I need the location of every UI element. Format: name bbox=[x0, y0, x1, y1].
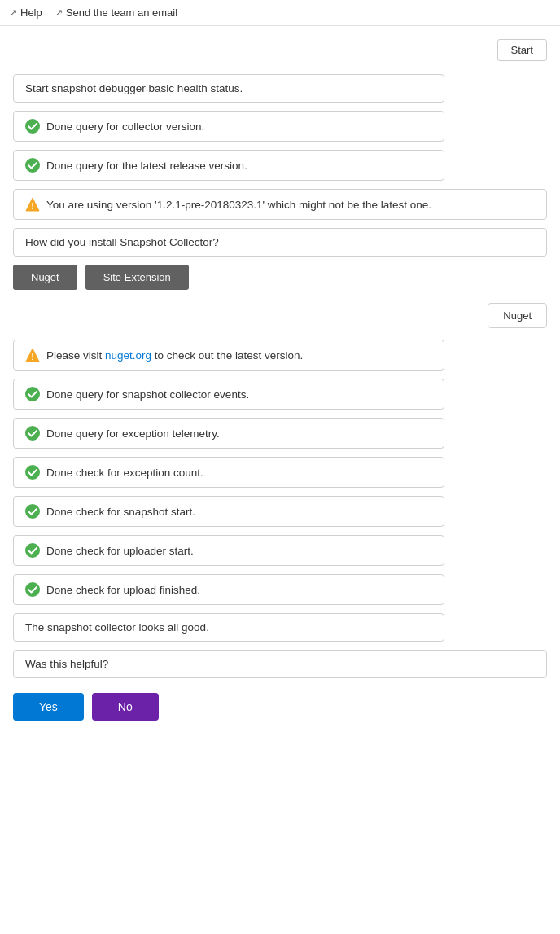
nuget-response-box: Nuget bbox=[488, 303, 547, 328]
success-icon bbox=[25, 119, 40, 134]
message-done-snapshot-events: Done query for snapshot collector events… bbox=[13, 379, 444, 410]
helpful-button-row: Yes No bbox=[13, 693, 547, 721]
warning-icon: ! bbox=[25, 197, 40, 212]
success-icon bbox=[25, 504, 40, 519]
email-link[interactable]: ↗ Send the team an email bbox=[55, 7, 177, 19]
external-link-icon: ↗ bbox=[10, 7, 17, 18]
message-done-exception-count: Done check for exception count. bbox=[13, 457, 444, 488]
done-upload-finished-text: Done check for upload finished. bbox=[46, 584, 200, 596]
success-icon bbox=[25, 158, 40, 173]
svg-point-8 bbox=[25, 465, 40, 480]
warning-icon: ! bbox=[25, 348, 40, 362]
install-question-text: How did you install Snapshot Collector? bbox=[25, 236, 219, 248]
message-install-question: How did you install Snapshot Collector? bbox=[13, 228, 547, 257]
helpful-section: Was this helpful? bbox=[13, 650, 547, 678]
success-icon bbox=[25, 426, 40, 441]
svg-point-11 bbox=[25, 582, 40, 597]
message-done-upload-finished: Done check for upload finished. bbox=[13, 574, 444, 605]
success-icon bbox=[25, 543, 40, 558]
message-looks-good: The snapshot collector looks all good. bbox=[13, 613, 444, 642]
start-button-row: Start bbox=[13, 39, 547, 61]
done-snapshot-start-text: Done check for snapshot start. bbox=[46, 506, 195, 518]
done-collector-version-text: Done query for collector version. bbox=[46, 121, 204, 133]
svg-point-0 bbox=[25, 119, 40, 134]
nuget-visit-text: Please visit nuget.org to check out the … bbox=[46, 349, 303, 362]
nuget-button[interactable]: Nuget bbox=[13, 265, 77, 290]
email-ext-icon: ↗ bbox=[55, 7, 63, 18]
helpful-question: Was this helpful? bbox=[25, 658, 108, 670]
nuget-org-link[interactable]: nuget.org bbox=[105, 349, 151, 362]
done-exception-telemetry-text: Done query for exception telemetry. bbox=[46, 428, 220, 440]
success-icon bbox=[25, 582, 40, 597]
success-icon bbox=[25, 465, 40, 480]
message-nuget-visit: ! Please visit nuget.org to check out th… bbox=[13, 340, 444, 371]
install-button-row: Nuget Site Extension bbox=[13, 265, 547, 290]
done-exception-count-text: Done check for exception count. bbox=[46, 467, 203, 479]
main-content: Start Start snapshot debugger basic heal… bbox=[0, 26, 560, 734]
success-icon bbox=[25, 387, 40, 401]
message-done-snapshot-start: Done check for snapshot start. bbox=[13, 496, 444, 527]
no-button[interactable]: No bbox=[92, 693, 159, 721]
svg-point-10 bbox=[25, 543, 40, 558]
svg-text:!: ! bbox=[31, 352, 34, 362]
nuget-response-row: Nuget bbox=[13, 303, 547, 328]
done-latest-release-text: Done query for the latest release versio… bbox=[46, 160, 247, 172]
message-done-exception-telemetry: Done query for exception telemetry. bbox=[13, 418, 444, 449]
yes-button[interactable]: Yes bbox=[13, 693, 84, 721]
help-label: Help bbox=[20, 7, 42, 19]
message-done-latest-release: Done query for the latest release versio… bbox=[13, 150, 444, 181]
nuget-visit-after: to check out the latest version. bbox=[151, 349, 303, 362]
looks-good-text: The snapshot collector looks all good. bbox=[25, 621, 209, 634]
message-done-collector-version: Done query for collector version. bbox=[13, 111, 444, 142]
site-extension-button[interactable]: Site Extension bbox=[85, 265, 189, 290]
nuget-visit-before: Please visit bbox=[46, 349, 105, 362]
help-link[interactable]: ↗ Help bbox=[10, 7, 42, 19]
svg-point-9 bbox=[25, 504, 40, 519]
done-snapshot-events-text: Done query for snapshot collector events… bbox=[46, 388, 249, 401]
message-done-uploader-start: Done check for uploader start. bbox=[13, 535, 444, 566]
svg-point-7 bbox=[25, 426, 40, 441]
start-health-text: Start snapshot debugger basic health sta… bbox=[25, 82, 243, 94]
message-version-warning: ! You are using version '1.2.1-pre-20180… bbox=[13, 189, 547, 220]
email-label: Send the team an email bbox=[66, 7, 177, 19]
svg-point-1 bbox=[25, 158, 40, 173]
svg-point-6 bbox=[25, 387, 40, 401]
start-button[interactable]: Start bbox=[497, 39, 547, 61]
done-uploader-start-text: Done check for uploader start. bbox=[46, 545, 194, 557]
message-start-health: Start snapshot debugger basic health sta… bbox=[13, 74, 444, 103]
top-bar: ↗ Help ↗ Send the team an email bbox=[0, 0, 560, 26]
svg-text:!: ! bbox=[31, 201, 34, 211]
version-warning-text: You are using version '1.2.1-pre-2018032… bbox=[46, 199, 431, 211]
